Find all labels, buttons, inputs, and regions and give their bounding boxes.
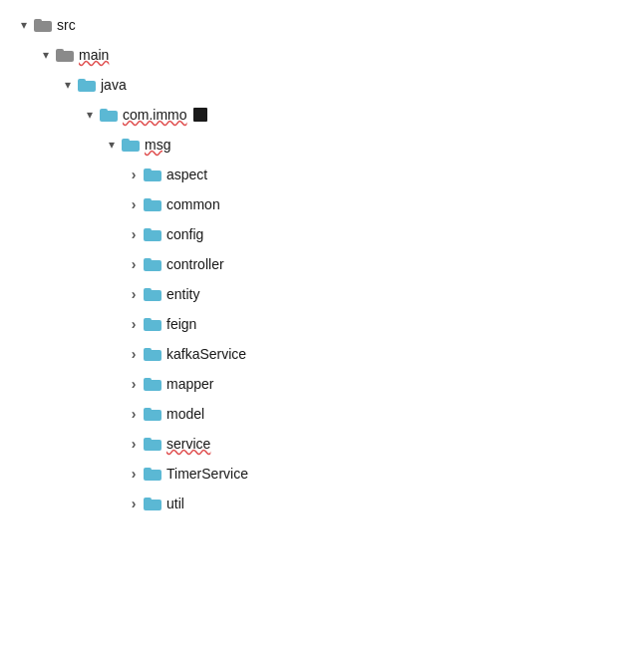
tree-item-controller[interactable]: controller [16, 249, 622, 279]
tree-item-main[interactable]: main [16, 40, 622, 70]
folder-icon [144, 318, 161, 331]
expand-arrow-icon[interactable] [126, 167, 142, 182]
label-service: service [166, 437, 210, 451]
folder-icon [144, 348, 161, 361]
label-common: common [166, 197, 220, 211]
expand-arrow-icon[interactable] [126, 316, 142, 332]
tree-item-msg[interactable]: msg [16, 130, 622, 160]
folder-icon [100, 109, 118, 122]
folder-icon [144, 258, 161, 271]
folder-icon [144, 408, 161, 421]
folder-icon [144, 468, 161, 481]
collapse-arrow-icon[interactable] [38, 47, 54, 63]
tree-item-TimerService[interactable]: TimerService [16, 459, 622, 489]
expand-arrow-icon[interactable] [126, 196, 142, 212]
tree-item-aspect[interactable]: aspect [16, 160, 622, 189]
collapse-arrow-icon[interactable] [16, 17, 32, 33]
folder-icon [78, 79, 96, 92]
label-com-immo: com.immo [123, 108, 187, 122]
tree-item-feign[interactable]: feign [16, 309, 622, 339]
folder-icon [56, 49, 74, 62]
label-mapper: mapper [166, 377, 213, 391]
folder-icon [144, 228, 161, 241]
tree-item-service[interactable]: service [16, 429, 622, 459]
label-config: config [166, 227, 203, 241]
collapse-arrow-icon[interactable] [104, 137, 120, 153]
folder-icon [144, 378, 161, 391]
tree-item-kafkaService[interactable]: kafkaService [16, 339, 622, 369]
file-tree: srcmainjavacom.immomsgaspectcommonconfig… [16, 10, 622, 518]
expand-arrow-icon[interactable] [126, 466, 142, 482]
expand-arrow-icon[interactable] [126, 226, 142, 242]
label-TimerService: TimerService [166, 467, 248, 481]
label-feign: feign [166, 317, 196, 331]
tree-item-src[interactable]: src [16, 10, 622, 40]
folder-icon [144, 438, 161, 451]
tree-item-model[interactable]: model [16, 399, 622, 429]
expand-arrow-icon[interactable] [126, 346, 142, 362]
folder-icon [34, 19, 52, 32]
tree-item-common[interactable]: common [16, 189, 622, 219]
label-entity: entity [166, 287, 199, 301]
label-java: java [101, 78, 127, 92]
tree-item-java[interactable]: java [16, 70, 622, 100]
label-aspect: aspect [166, 168, 207, 181]
expand-arrow-icon[interactable] [126, 436, 142, 452]
label-src: src [57, 18, 76, 32]
expand-arrow-icon[interactable] [126, 286, 142, 302]
expand-arrow-icon[interactable] [126, 496, 142, 511]
label-controller: controller [166, 257, 224, 271]
label-util: util [166, 497, 184, 510]
label-kafkaService: kafkaService [166, 347, 246, 361]
label-main: main [79, 48, 109, 62]
collapse-arrow-icon[interactable] [82, 107, 98, 123]
tree-item-com-immo[interactable]: com.immo [16, 100, 622, 130]
folder-icon [144, 168, 161, 181]
expand-arrow-icon[interactable] [126, 406, 142, 422]
label-model: model [166, 407, 204, 421]
tree-item-util[interactable]: util [16, 489, 622, 518]
expand-arrow-icon[interactable] [126, 376, 142, 392]
folder-icon [144, 498, 161, 510]
tree-item-config[interactable]: config [16, 219, 622, 249]
collapse-arrow-icon[interactable] [60, 77, 76, 93]
label-msg: msg [145, 138, 170, 152]
folder-icon [122, 139, 140, 152]
tree-item-mapper[interactable]: mapper [16, 369, 622, 399]
folder-icon [144, 198, 161, 211]
folder-icon [144, 288, 161, 301]
badge-icon [193, 108, 207, 122]
tree-item-entity[interactable]: entity [16, 279, 622, 309]
expand-arrow-icon[interactable] [126, 256, 142, 272]
